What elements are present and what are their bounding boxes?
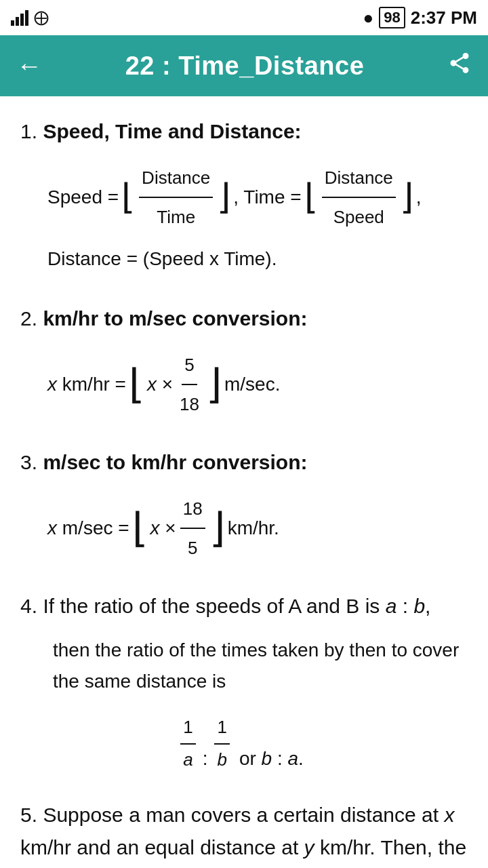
usb-icon: ⨁ (34, 9, 49, 26)
distance-formula-line: Distance = (Speed x Time). (47, 240, 468, 278)
battery-indicator: 98 (379, 7, 405, 28)
status-right: ● 98 2:37 PM (363, 7, 477, 28)
section-1: 1. Speed, Time and Distance: Speed = ⌊ D… (20, 115, 468, 278)
section-2: 2. km/hr to m/sec conversion: x km/hr = … (20, 302, 468, 422)
speed-label: Speed = (47, 178, 119, 216)
toolbar: ← 22 : Time_Distance (0, 35, 488, 96)
status-bar: ⨁ ● 98 2:37 PM (0, 0, 488, 35)
content-area: 1. Speed, Time and Distance: Speed = ⌊ D… (0, 96, 488, 868)
ratio-formula: 1 a : 1 b or b : a. (20, 713, 468, 774)
share-icon (447, 51, 472, 75)
formula-msec-to-kmhr: x m/sec = ⌊ x × 18 5 ⌋ km/hr. (47, 491, 468, 566)
one-over-a: 1 a (180, 713, 195, 774)
msec-bracket: ⌊ x × 18 5 ⌋ (132, 491, 225, 566)
signal-icon (11, 10, 28, 26)
section-5-title: 5. Suppose a man covers a certain distan… (20, 799, 468, 868)
section-3-title: 3. m/sec to km/hr conversion: (20, 446, 468, 479)
section-5: 5. Suppose a man covers a certain distan… (20, 799, 468, 868)
page-title: 22 : Time_Distance (125, 52, 365, 81)
formula-kmhr-to-msec: x km/hr = ⌊ x × 5 18 ⌋ m/sec. (47, 347, 468, 422)
distance-over-time: Distance Time (139, 160, 213, 235)
kmhr-bracket: ⌊ x × 5 18 ⌋ (129, 347, 222, 422)
back-button[interactable]: ← (16, 52, 42, 81)
5-over-18: 5 18 (177, 347, 202, 422)
section-4-title: 4. If the ratio of the speeds of A and B… (20, 590, 468, 623)
location-icon: ● (363, 7, 374, 28)
one-over-b: 1 b (214, 713, 229, 774)
section-3: 3. m/sec to km/hr conversion: x m/sec = … (20, 446, 468, 566)
formula-speed-time: Speed = ⌊ Distance Time ⌋ , Time = ⌊ (47, 160, 468, 278)
section-4: 4. If the ratio of the speeds of A and B… (20, 590, 468, 774)
section-1-title: 1. Speed, Time and Distance: (20, 115, 468, 148)
share-button[interactable] (447, 51, 472, 81)
time-bracket: ⌊ Distance Speed ⌋ (304, 160, 413, 235)
section-2-title: 2. km/hr to m/sec conversion: (20, 302, 468, 335)
clock: 2:37 PM (411, 7, 477, 28)
status-left: ⨁ (11, 9, 49, 26)
speed-bracket: ⌊ Distance Time ⌋ (121, 160, 230, 235)
18-over-5: 18 5 (180, 491, 205, 566)
distance-over-speed: Distance Speed (322, 160, 396, 235)
section-4-text: then the ratio of the times taken by the… (20, 635, 468, 697)
